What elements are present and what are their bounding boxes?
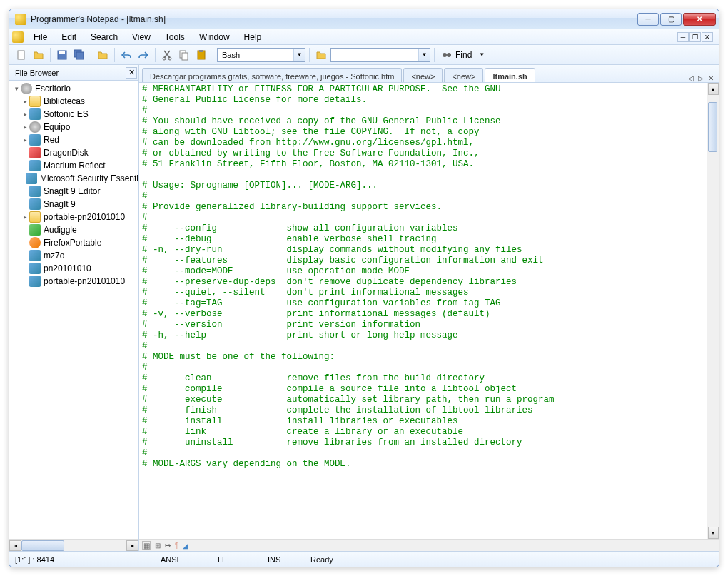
- find-button[interactable]: Find ▼: [441, 49, 485, 61]
- tree-item-label: Softonic ES: [44, 109, 89, 119]
- maximize-button[interactable]: ▢: [660, 13, 682, 26]
- chevron-down-icon: ▼: [418, 49, 430, 61]
- arrow-icon[interactable]: ↦: [165, 542, 171, 550]
- editor-bottom-bar: ▦ ⊞ ↦ ¶ ◢: [139, 539, 719, 551]
- scroll-left-button[interactable]: ◂: [9, 540, 21, 551]
- tree-item-label: DragonDisk: [44, 148, 89, 158]
- tab-new-1[interactable]: <new>: [403, 68, 443, 82]
- app-menu-icon[interactable]: [12, 31, 24, 43]
- scroll-down-button[interactable]: ▾: [708, 527, 719, 539]
- tree-item[interactable]: pn20101010: [9, 262, 138, 275]
- menu-help[interactable]: Help: [237, 31, 269, 44]
- pilcrow-icon[interactable]: ¶: [175, 542, 178, 550]
- expand-icon[interactable]: ▸: [21, 136, 29, 143]
- expand-icon[interactable]: ▸: [21, 213, 29, 221]
- tree-item[interactable]: SnagIt 9 Editor: [9, 185, 138, 198]
- save-button[interactable]: [54, 47, 70, 63]
- paste-button[interactable]: [193, 47, 209, 63]
- language-selected: Bash: [222, 51, 240, 59]
- folder-icon: [29, 96, 41, 107]
- menu-window[interactable]: Window: [192, 31, 237, 44]
- tree-item[interactable]: DragonDisk: [9, 146, 138, 159]
- titlebar[interactable]: Programmer's Notepad - [ltmain.sh] ─ ▢ ✕: [9, 9, 719, 29]
- menu-search[interactable]: Search: [84, 31, 125, 44]
- tree-item[interactable]: ▸Equipo: [9, 121, 138, 133]
- open-project-button[interactable]: [95, 47, 111, 63]
- tree-item[interactable]: ▸Bibliotecas: [9, 95, 138, 108]
- tab-ltmain[interactable]: ltmain.sh: [485, 68, 535, 82]
- new-file-button[interactable]: [14, 47, 29, 63]
- toolbar: Bash ▼ ▼ Find ▼: [9, 45, 719, 65]
- mdi-minimize-button[interactable]: ─: [677, 32, 689, 42]
- red-icon: [29, 147, 41, 158]
- menu-view[interactable]: View: [125, 31, 158, 44]
- marker-icon[interactable]: ◢: [183, 542, 188, 550]
- scroll-up-button[interactable]: ▴: [708, 83, 719, 95]
- mdi-close-button[interactable]: ✕: [702, 32, 713, 42]
- file-tree[interactable]: ▾ Escritorio ▸Bibliotecas▸Softonic ES▸Eq…: [9, 81, 138, 539]
- svg-rect-10: [199, 50, 203, 52]
- project-button[interactable]: [313, 47, 329, 63]
- folder-icon: [29, 211, 41, 223]
- scroll-right-button[interactable]: ▸: [126, 540, 138, 551]
- status-ready: Ready: [310, 555, 333, 564]
- svg-rect-8: [182, 53, 188, 60]
- bookmark-bar-icon[interactable]: ▦: [142, 541, 151, 550]
- sidebar-title: File Browser ✕: [9, 65, 138, 81]
- svg-rect-2: [59, 51, 65, 54]
- tab-softonic[interactable]: Descargar programas gratis, software, fr…: [142, 68, 402, 82]
- sidebar-hscrollbar[interactable]: ◂ ▸: [9, 539, 138, 551]
- mdi-restore-button[interactable]: ❐: [689, 32, 701, 42]
- tab-next-button[interactable]: ▷: [696, 74, 706, 82]
- menu-tools[interactable]: Tools: [158, 31, 192, 44]
- tree-item[interactable]: ▸Softonic ES: [9, 108, 138, 121]
- expand-icon[interactable]: ▸: [21, 123, 29, 131]
- undo-button[interactable]: [118, 47, 134, 63]
- green-icon: [29, 224, 41, 236]
- tab-close-button[interactable]: ✕: [706, 74, 716, 82]
- code-editor[interactable]: # MERCHANTABILITY or FITNESS FOR A PARTI…: [139, 83, 707, 539]
- tree-item-label: SnagIt 9 Editor: [44, 186, 100, 196]
- tree-item-label: Equipo: [44, 122, 70, 132]
- redo-button[interactable]: [136, 47, 151, 63]
- chevron-down-icon: ▼: [293, 49, 305, 61]
- tree-item[interactable]: Macrium Reflect: [9, 159, 138, 172]
- tree-item[interactable]: Microsoft Security Essenti: [9, 172, 138, 185]
- tree-item-label: Macrium Reflect: [44, 161, 106, 171]
- open-file-button[interactable]: [31, 47, 46, 63]
- tree-item[interactable]: FirefoxPortable: [9, 236, 138, 249]
- tree-root[interactable]: ▾ Escritorio: [9, 82, 138, 95]
- search-combo[interactable]: ▼: [330, 48, 430, 62]
- expand-icon[interactable]: ▸: [21, 98, 29, 105]
- editor-vscrollbar[interactable]: ▴ ▾: [707, 83, 719, 539]
- tree-item[interactable]: ▸portable-pn20101010: [9, 211, 138, 223]
- tab-new-2[interactable]: <new>: [444, 68, 483, 82]
- tree-item[interactable]: Audiggle: [9, 223, 138, 236]
- svg-rect-0: [18, 51, 24, 59]
- app-icon: [26, 173, 37, 184]
- copy-button[interactable]: [176, 47, 192, 63]
- toggle-icon[interactable]: ⊞: [155, 542, 161, 550]
- tree-item-label: Microsoft Security Essenti: [40, 173, 138, 183]
- expand-icon[interactable]: ▸: [21, 111, 29, 118]
- save-all-button[interactable]: [71, 47, 87, 63]
- tree-item[interactable]: SnagIt 9: [9, 198, 138, 211]
- tree-item[interactable]: portable-pn20101010: [9, 275, 138, 288]
- menu-edit[interactable]: Edit: [54, 31, 84, 44]
- sidebar-close-button[interactable]: ✕: [126, 67, 137, 79]
- scroll-thumb[interactable]: [708, 102, 717, 152]
- menu-file[interactable]: File: [26, 31, 54, 44]
- close-button[interactable]: ✕: [683, 13, 716, 26]
- app-icon: [29, 108, 41, 120]
- app-icon: [29, 276, 41, 287]
- tree-item[interactable]: ▸Red: [9, 133, 138, 146]
- tab-prev-button[interactable]: ◁: [686, 74, 696, 82]
- scroll-thumb[interactable]: [21, 540, 64, 551]
- tree-item[interactable]: mz7o: [9, 249, 138, 262]
- minimize-button[interactable]: ─: [637, 13, 659, 26]
- collapse-icon[interactable]: ▾: [12, 85, 21, 92]
- cut-button[interactable]: [159, 47, 175, 63]
- app-icon: [29, 263, 41, 274]
- language-selector[interactable]: Bash ▼: [217, 48, 305, 62]
- tree-item-label: FirefoxPortable: [44, 238, 101, 248]
